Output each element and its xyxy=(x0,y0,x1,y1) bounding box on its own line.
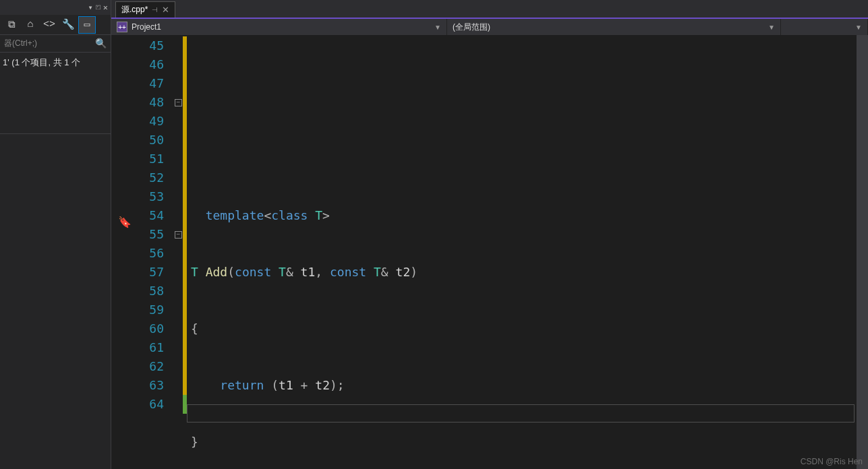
tab-strip: 源.cpp* ⊣ ✕ xyxy=(111,0,868,18)
close-icon[interactable]: ✕ xyxy=(103,3,108,13)
nav-combo-label: (全局范围) xyxy=(453,22,768,33)
chevron-down-icon: ▼ xyxy=(855,24,862,31)
dropdown-icon[interactable]: ▾ xyxy=(88,3,93,13)
watermark-text: CSDN @Ris Hen xyxy=(801,457,863,466)
code-content[interactable]: template<class T> T Add(const T& t1, con… xyxy=(187,35,868,469)
pin-icon[interactable]: ⊣ xyxy=(152,6,158,13)
main-area: 源.cpp* ⊣ ✕ ++ Project1 ▼ (全局范围) ▼ ▼ 🔖 45… xyxy=(111,0,868,469)
tree-node[interactable]: 1' (1 个项目, 共 1 个 xyxy=(0,53,111,73)
tool-icon-last[interactable]: ▭ xyxy=(78,16,96,34)
chevron-down-icon: ▼ xyxy=(768,24,775,31)
home-icon[interactable]: ⌂ xyxy=(22,16,39,34)
panel-toolbar: ⧉ ⌂ <> 🔧 ▭ xyxy=(0,15,111,35)
tab-title: 源.cpp* xyxy=(121,4,148,15)
fold-toggle-icon[interactable]: − xyxy=(175,99,182,106)
navigation-bar: ++ Project1 ▼ (全局范围) ▼ ▼ xyxy=(111,18,868,35)
nav-combo-label: Project1 xyxy=(132,22,434,32)
cpp-project-icon: ++ xyxy=(117,22,127,32)
tool-icon-1[interactable]: ⧉ xyxy=(3,16,20,34)
close-icon[interactable]: ✕ xyxy=(162,5,169,15)
panel-header: ▾ ⏍ ✕ xyxy=(0,0,111,15)
nav-combo-member[interactable]: ▼ xyxy=(781,19,868,35)
search-row[interactable]: 器(Ctrl+;) 🔍 xyxy=(0,35,111,53)
line-numbers: 454647 484950 515253 545556 575859 60616… xyxy=(138,35,173,469)
nav-combo-project[interactable]: ++ Project1 ▼ xyxy=(111,19,447,35)
bookmark-icon[interactable]: 🔖 xyxy=(118,216,132,229)
panel-splitter[interactable] xyxy=(0,133,111,160)
wrench-icon[interactable]: 🔧 xyxy=(59,16,77,34)
code-icon[interactable]: <> xyxy=(40,16,58,34)
current-line-highlight xyxy=(187,404,855,423)
search-hint: 器(Ctrl+;) xyxy=(4,38,95,49)
fold-column: − − xyxy=(173,35,183,469)
chevron-down-icon: ▼ xyxy=(434,24,441,31)
tab-source-cpp[interactable]: 源.cpp* ⊣ ✕ xyxy=(115,1,175,18)
margin-column: 🔖 xyxy=(111,35,138,469)
code-editor[interactable]: 🔖 454647 484950 515253 545556 575859 606… xyxy=(111,35,868,469)
nav-combo-scope[interactable]: (全局范围) ▼ xyxy=(447,19,781,35)
fold-toggle-icon[interactable]: − xyxy=(175,231,182,239)
pin-icon[interactable]: ⏍ xyxy=(96,3,100,12)
search-icon[interactable]: 🔍 xyxy=(95,38,107,49)
side-panel: ▾ ⏍ ✕ ⧉ ⌂ <> 🔧 ▭ 器(Ctrl+;) 🔍 1' (1 个项目, … xyxy=(0,0,111,469)
vertical-scrollbar[interactable] xyxy=(857,35,868,469)
